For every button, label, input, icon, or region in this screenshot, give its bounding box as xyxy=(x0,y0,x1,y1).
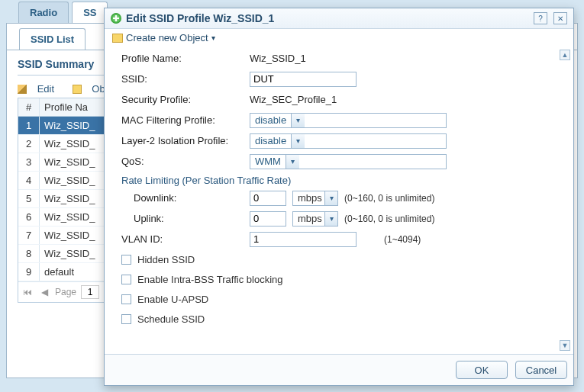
uplink-label: Uplink: xyxy=(121,213,244,224)
pager-page-input[interactable] xyxy=(81,285,99,299)
mac-filter-label: MAC Filtering Profile: xyxy=(121,114,244,126)
scroll-down-button[interactable]: ▼ xyxy=(560,340,570,351)
create-object-link[interactable]: Create new Object xyxy=(126,32,208,43)
chevron-down-icon: ▾ xyxy=(291,134,305,148)
downlink-unit-select[interactable]: mbps ▾ xyxy=(292,191,338,206)
modal-footer: OK Cancel xyxy=(105,354,573,385)
close-button[interactable]: ✕ xyxy=(553,12,567,24)
mac-filter-select[interactable]: disable ▾ xyxy=(250,113,447,128)
help-button[interactable]: ? xyxy=(534,12,547,24)
downlink-label: Downlink: xyxy=(121,192,244,204)
uplink-input[interactable] xyxy=(250,211,286,227)
schedule-ssid-checkbox[interactable] xyxy=(121,314,131,324)
vlan-input[interactable] xyxy=(250,232,357,247)
downlink-hint: (0~160, 0 is unlimited) xyxy=(344,193,434,204)
uapsd-label: Enable U-APSD xyxy=(137,294,208,305)
pager-first-icon[interactable]: ⏮ xyxy=(21,287,34,297)
hidden-ssid-label: Hidden SSID xyxy=(137,254,195,265)
downlink-input[interactable] xyxy=(250,191,286,206)
pager-prev-icon[interactable]: ◀ xyxy=(38,287,50,297)
pager-label: Page xyxy=(55,287,76,297)
uplink-hint: (0~160, 0 is unlimited) xyxy=(344,214,434,224)
l2-isolation-label: Layer-2 Isolation Profile: xyxy=(121,135,244,146)
scroll-up-button[interactable]: ▲ xyxy=(560,50,570,60)
intra-bss-label: Enable Intra-BSS Traffic blocking xyxy=(137,274,283,285)
security-profile-value: Wiz_SEC_Profile_1 xyxy=(250,94,337,105)
object-icon xyxy=(73,85,82,94)
cancel-button[interactable]: Cancel xyxy=(515,361,567,379)
object-icon xyxy=(112,34,123,43)
chevron-down-icon: ▾ xyxy=(324,212,337,226)
uplink-unit-select[interactable]: mbps ▾ xyxy=(292,211,338,227)
schedule-ssid-label: Schedule SSID xyxy=(137,313,205,325)
ssid-label: SSID: xyxy=(121,73,244,85)
tab-ssid[interactable]: SS xyxy=(72,2,108,23)
edit-button[interactable]: Edit xyxy=(18,83,62,95)
uapsd-checkbox[interactable] xyxy=(121,294,131,304)
rate-limiting-heading: Rate Limiting (Per Station Traffic Rate) xyxy=(121,175,557,186)
modal-body: ▲ Profile Name: Wiz_SSID_1 SSID: Securit… xyxy=(105,47,573,354)
vlan-label: VLAN ID: xyxy=(121,233,244,245)
profile-name-value: Wiz_SSID_1 xyxy=(250,53,306,64)
add-icon xyxy=(111,13,121,24)
chevron-down-icon: ▾ xyxy=(324,191,337,205)
chevron-down-icon: ▾ xyxy=(291,114,305,127)
modal-titlebar: Edit SSID Profile Wiz_SSID_1 ? ✕ xyxy=(105,8,573,29)
chevron-down-icon[interactable]: ▾ xyxy=(211,34,215,42)
hidden-ssid-checkbox[interactable] xyxy=(121,255,131,265)
edit-ssid-modal: Edit SSID Profile Wiz_SSID_1 ? ✕ Create … xyxy=(104,8,574,386)
modal-title: Edit SSID Profile Wiz_SSID_1 xyxy=(126,12,528,24)
col-num[interactable]: # xyxy=(18,98,40,116)
vlan-hint: (1~4094) xyxy=(384,234,421,245)
edit-icon xyxy=(18,85,27,94)
l2-isolation-select[interactable]: disable ▾ xyxy=(250,133,447,149)
security-profile-label: Security Profile: xyxy=(121,94,244,105)
tab-ssid-list[interactable]: SSID List xyxy=(19,28,86,50)
chevron-down-icon: ▾ xyxy=(286,155,299,169)
qos-label: QoS: xyxy=(121,156,244,167)
intra-bss-checkbox[interactable] xyxy=(121,275,131,284)
ssid-input[interactable] xyxy=(250,72,357,87)
tab-radio[interactable]: Radio xyxy=(18,2,69,23)
modal-toolbar: Create new Object ▾ xyxy=(105,29,573,47)
profile-name-label: Profile Name: xyxy=(121,53,244,64)
ok-button[interactable]: OK xyxy=(456,361,508,379)
qos-select[interactable]: WMM ▾ xyxy=(250,154,447,169)
